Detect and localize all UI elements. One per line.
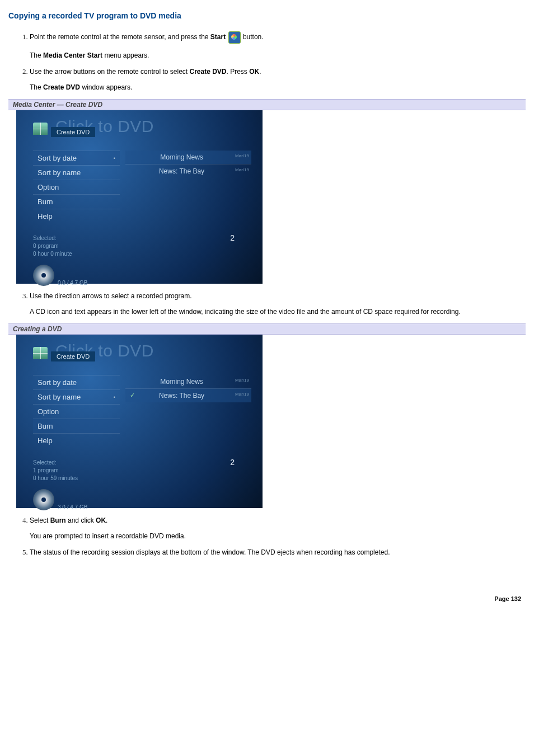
screenshot-creating-dvd: Click to DVD Create DVD Sort by date Sor… bbox=[16, 335, 263, 508]
side-burn[interactable]: Burn bbox=[33, 194, 120, 209]
program-list: Morning News Mar/19 News: The Bay Mar/19 bbox=[125, 151, 251, 178]
text: A CD icon and text appears in the lower … bbox=[30, 308, 526, 316]
text-bold: OK bbox=[249, 68, 259, 76]
step-5: The status of the recording session disp… bbox=[30, 548, 526, 556]
program-name: Morning News bbox=[137, 153, 227, 161]
text: Point the remote control at the remote s… bbox=[30, 33, 210, 41]
program-list: Morning News Mar/19 ✓ News: The Bay Mar/… bbox=[125, 375, 251, 402]
text: The bbox=[30, 51, 43, 59]
header-chip: Create DVD bbox=[51, 351, 95, 361]
side-sort-date[interactable]: Sort by date bbox=[33, 375, 120, 389]
step-2: Use the arrow buttons on the remote cont… bbox=[30, 67, 526, 91]
caption-create-dvd: Media Center — Create DVD bbox=[8, 99, 526, 110]
step-4: Select Burn and click OK. You are prompt… bbox=[30, 516, 526, 540]
page-title: Copying a recorded TV program to DVD med… bbox=[8, 11, 526, 20]
text: . bbox=[106, 516, 107, 524]
text: You are prompted to insert a recordable … bbox=[30, 532, 526, 540]
text: menu appears. bbox=[102, 51, 149, 59]
step-1: Point the remote control at the remote s… bbox=[30, 31, 526, 59]
side-burn[interactable]: Burn bbox=[33, 419, 120, 433]
selected-dot-icon: • bbox=[114, 156, 115, 161]
list-item[interactable]: ✓ News: The Bay Mar/19 bbox=[125, 388, 251, 402]
disc-icon bbox=[33, 265, 54, 286]
checkmark bbox=[128, 378, 137, 386]
disc-text: 3.0 / 4.7 GB bbox=[58, 504, 87, 510]
text: The status of the recording session disp… bbox=[30, 548, 526, 556]
program-name: Morning News bbox=[137, 378, 227, 386]
text-bold: Create DVD bbox=[43, 83, 80, 91]
list-item[interactable]: Morning News Mar/19 bbox=[125, 375, 251, 388]
text: . Press bbox=[227, 68, 250, 76]
program-date: Mar/19 bbox=[227, 167, 249, 175]
text: . bbox=[259, 68, 261, 76]
windows-mc-icon bbox=[33, 347, 48, 359]
steps-list-cont: Use the direction arrows to select a rec… bbox=[8, 292, 526, 316]
checkmark bbox=[128, 167, 137, 175]
list-item[interactable]: Morning News Mar/19 bbox=[125, 151, 251, 164]
text: button. bbox=[241, 33, 264, 41]
text: Select bbox=[30, 516, 50, 524]
checkmark-icon: ✓ bbox=[128, 392, 137, 400]
program-name: News: The Bay bbox=[137, 392, 227, 400]
program-date: Mar/19 bbox=[227, 153, 249, 161]
list-item[interactable]: News: The Bay Mar/19 bbox=[125, 164, 251, 178]
start-icon bbox=[228, 31, 241, 44]
disc-icon bbox=[33, 489, 54, 510]
selected-dot-icon: • bbox=[114, 395, 115, 400]
selection-info: Selected: 1 program 0 hour 59 minutes bbox=[33, 459, 120, 482]
header-chip: Create DVD bbox=[51, 127, 95, 137]
steps-list-cont2: Select Burn and click OK. You are prompt… bbox=[8, 516, 526, 556]
side-help[interactable]: Help bbox=[33, 433, 120, 448]
page-count: 2 bbox=[230, 233, 235, 242]
disc-status: 3.0 / 4.7 GB bbox=[33, 489, 120, 510]
side-menu: Sort by date Sort by name• Option Burn H… bbox=[33, 375, 120, 510]
side-sort-name[interactable]: Sort by name bbox=[33, 165, 120, 180]
disc-status: 0.0 / 4.7 GB bbox=[33, 265, 120, 286]
page-number: Page 132 bbox=[8, 595, 526, 602]
windows-mc-icon bbox=[33, 123, 48, 135]
text-bold: OK bbox=[96, 516, 106, 524]
steps-list: Point the remote control at the remote s… bbox=[8, 31, 526, 91]
text: and click bbox=[66, 516, 96, 524]
screenshot-create-dvd: Click to DVD Create DVD Sort by date• So… bbox=[16, 110, 263, 284]
side-help[interactable]: Help bbox=[33, 209, 120, 223]
side-option[interactable]: Option bbox=[33, 404, 120, 419]
text-bold: Start bbox=[210, 33, 226, 41]
program-date: Mar/19 bbox=[227, 378, 249, 386]
side-sort-name[interactable]: Sort by name• bbox=[33, 389, 120, 404]
caption-creating-dvd: Creating a DVD bbox=[8, 323, 526, 335]
text: window appears. bbox=[80, 83, 132, 91]
side-sort-date[interactable]: Sort by date• bbox=[33, 151, 120, 165]
text: Use the direction arrows to select a rec… bbox=[30, 292, 526, 300]
text: Use the arrow buttons on the remote cont… bbox=[30, 68, 189, 76]
text-bold: Create DVD bbox=[189, 68, 226, 76]
side-menu: Sort by date• Sort by name Option Burn H… bbox=[33, 151, 120, 286]
disc-text: 0.0 / 4.7 GB bbox=[58, 280, 87, 286]
side-option[interactable]: Option bbox=[33, 180, 120, 194]
program-name: News: The Bay bbox=[137, 167, 227, 175]
program-date: Mar/19 bbox=[227, 392, 249, 400]
selection-info: Selected: 0 program 0 hour 0 minute bbox=[33, 234, 120, 258]
text: The bbox=[30, 83, 43, 91]
text-bold: Burn bbox=[50, 516, 66, 524]
text-bold: Media Center Start bbox=[43, 51, 102, 59]
page-count: 2 bbox=[230, 458, 235, 467]
checkmark bbox=[128, 153, 137, 161]
step-3: Use the direction arrows to select a rec… bbox=[30, 292, 526, 316]
